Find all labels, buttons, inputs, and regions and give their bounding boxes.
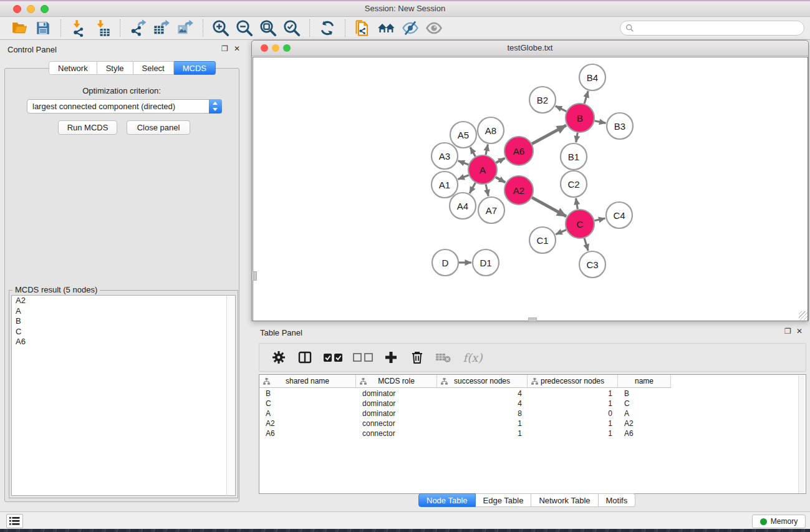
graph-node-C1[interactable]: C1 [529,227,556,253]
graph-node-B[interactable]: B [566,104,594,132]
column-header-successor-nodes[interactable]: successor nodes [437,375,528,388]
graph-node-A5[interactable]: A5 [450,122,476,148]
table-cell[interactable]: 1 [528,428,618,438]
column-header-name[interactable]: name [618,375,671,388]
refresh-icon[interactable] [317,19,338,37]
graph-node-B1[interactable]: B1 [561,143,587,170]
select-all-icon[interactable] [321,348,345,367]
zoom-in-icon[interactable] [210,19,231,37]
tab-style[interactable]: Style [97,61,133,75]
table-cell[interactable]: A6 [259,428,356,438]
graph-node-A1[interactable]: A1 [432,172,458,198]
graph-edge-B-B4[interactable] [584,91,588,104]
graph-node-A8[interactable]: A8 [478,117,504,143]
table-vertical-scrollbar[interactable] [798,375,804,493]
graph-node-A4[interactable]: A4 [450,193,476,219]
table-cell[interactable]: 4 [437,389,528,399]
zoom-selected-icon[interactable] [281,19,302,37]
table-cell[interactable]: A6 [618,428,671,438]
import-network-icon[interactable] [68,19,89,37]
graph-edge-C-C4[interactable] [594,218,605,221]
graph-node-D1[interactable]: D1 [473,249,499,276]
mcds-result-list[interactable]: A2ABCA6 [11,295,228,496]
table-row[interactable]: Cdominator41C [259,399,671,409]
table-cell[interactable]: B [259,389,356,399]
table-cell[interactable]: 1 [528,418,618,428]
table-cell[interactable]: connector [356,428,437,438]
network-horizontal-scroll-thumb[interactable] [528,317,537,322]
run-mcds-button[interactable]: Run MCDS [58,120,117,135]
tab-network[interactable]: Network [49,61,97,75]
table-cell[interactable]: A2 [618,418,671,428]
table-panel-float-icon[interactable]: ❐ [784,327,791,336]
table-cell[interactable]: 0 [528,409,618,418]
delete-table-icon[interactable] [433,348,454,367]
tab-mcds[interactable]: MCDS [174,61,216,75]
tab-node-table[interactable]: Node Table [418,493,476,507]
graph-edge-A-A5[interactable] [470,147,475,157]
graph-node-C4[interactable]: C4 [606,202,632,228]
tab-edge-table[interactable]: Edge Table [476,493,532,507]
function-builder-fx-icon[interactable]: f(x) [459,348,486,367]
network-vertical-scroll-thumb[interactable] [253,271,257,281]
mcds-result-item[interactable]: C [12,327,227,337]
control-panel-close-icon[interactable]: ✕ [234,44,240,53]
save-session-icon[interactable] [32,19,54,37]
zoom-fit-icon[interactable] [258,19,279,37]
graph-edge-A-A6[interactable] [496,158,505,163]
table-cell[interactable]: A [618,409,671,418]
graph-edge-C-C2[interactable] [576,198,578,210]
table-row[interactable]: Bdominator41B [259,389,671,399]
task-history-button[interactable] [6,514,23,528]
table-cell[interactable]: dominator [356,399,437,409]
graph-node-B2[interactable]: B2 [529,87,556,113]
table-row[interactable]: A2connector11A2 [259,418,671,428]
table-cell[interactable]: A [259,409,356,418]
network-resize-grip[interactable] [799,311,808,320]
graph-node-C[interactable]: C [566,210,594,238]
graph-node-A2[interactable]: A2 [504,176,533,205]
network-canvas[interactable]: B4B2BB3A8A5A6A3B1AA1C2A2A4A7C4CC1C3DD1 [253,57,808,321]
graph-edge-B-B3[interactable] [595,121,606,123]
settings-gear-icon[interactable] [268,348,289,367]
graph-node-B3[interactable]: B3 [607,113,633,139]
table-cell[interactable]: dominator [356,409,437,418]
zoom-out-icon[interactable] [234,19,255,37]
column-header-predecessor-nodes[interactable]: predecessor nodes [528,375,618,388]
export-table-icon[interactable] [151,19,172,37]
network-window-titlebar[interactable]: testGlobe.txt [252,41,808,56]
new-network-from-selection-icon[interactable] [352,19,374,37]
graph-edge-B-B2[interactable] [556,106,567,112]
table-cell[interactable]: dominator [356,389,437,399]
graph-node-A3[interactable]: A3 [432,143,458,169]
graph-edge-A-A1[interactable] [458,175,468,180]
mcds-result-item[interactable]: A6 [12,337,227,347]
graph-edge-A-A4[interactable] [470,183,475,193]
graph-edge-A-A8[interactable] [486,145,488,155]
export-network-icon[interactable] [127,19,148,37]
graph-edge-A6-B[interactable] [532,125,566,144]
table-cell[interactable]: 1 [528,399,618,409]
memory-button[interactable]: Memory [752,515,806,528]
first-neighbors-icon[interactable] [376,19,397,37]
graph-edge-C-C3[interactable] [584,238,588,251]
graph-node-A6[interactable]: A6 [504,137,533,165]
column-header-shared-name[interactable]: shared name [259,375,356,388]
table-cell[interactable]: 1 [528,389,618,399]
close-panel-button[interactable]: Close panel [127,120,190,135]
table-cell[interactable]: C [259,399,356,409]
table-cell[interactable]: 1 [437,418,528,428]
table-cell[interactable]: 1 [437,428,528,438]
mcds-result-item[interactable]: B [12,316,227,327]
show-all-icon[interactable] [423,19,445,37]
graph-edge-C-C1[interactable] [556,230,566,235]
import-table-icon[interactable] [92,19,113,37]
control-panel-float-icon[interactable]: ❐ [221,44,228,53]
graph-node-C3[interactable]: C3 [579,251,605,278]
graph-node-D[interactable]: D [432,249,458,276]
table-cell[interactable]: 8 [437,409,528,418]
mcds-result-scrollbar[interactable] [226,295,236,496]
mcds-result-item[interactable]: A2 [12,296,227,306]
deselect-all-icon[interactable] [350,348,375,367]
table-row[interactable]: A6connector11A6 [259,428,671,438]
